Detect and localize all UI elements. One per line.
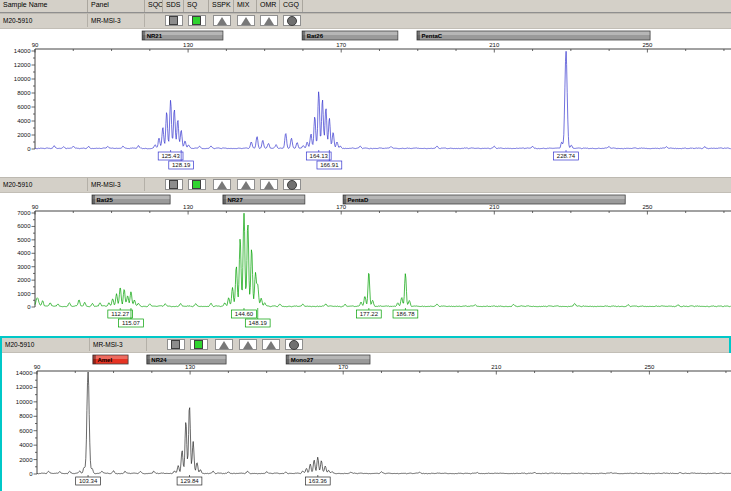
- x-tick-label: 170: [338, 364, 349, 370]
- circle-flag-icon: [289, 340, 299, 350]
- y-tick-label: 4000: [19, 442, 33, 448]
- flag-cell-cgq[interactable]: [283, 15, 301, 26]
- x-tick-label: 130: [185, 364, 196, 370]
- flag-cell-sspk[interactable]: [213, 15, 231, 26]
- flag-cell-omr[interactable]: [262, 339, 280, 350]
- marker-bar-pentad[interactable]: PentaD: [343, 195, 625, 204]
- plot-area[interactable]: [0, 29, 731, 178]
- y-tick-label: 14000: [14, 48, 31, 54]
- header-col-sqo: SQO: [145, 0, 163, 12]
- sample-row[interactable]: M20-5910MR-MSI-3: [0, 178, 731, 193]
- triangle-flag-icon: [264, 181, 274, 189]
- marker-label: PentaD: [348, 197, 369, 203]
- marker-bar-pentac[interactable]: PentaC: [417, 31, 650, 40]
- marker-label: Bat26: [307, 33, 324, 39]
- y-tick-label: 6000: [17, 104, 31, 110]
- x-tick-label: 90: [32, 204, 39, 210]
- flag-cell-mix[interactable]: [239, 339, 257, 350]
- peak-label-text: 148.19: [249, 320, 268, 326]
- y-tick-label: 6000: [17, 223, 31, 229]
- marker-label: NR27: [227, 197, 243, 203]
- marker-bar-nr21[interactable]: NR21: [142, 31, 223, 40]
- sample-name-cell: M20-5910: [0, 14, 88, 27]
- marker-label: NR24: [151, 357, 167, 363]
- flag-cell-omr[interactable]: [260, 179, 278, 190]
- panel-name-cell: MR-MSI-3: [88, 14, 145, 27]
- circle-flag-icon: [287, 16, 297, 26]
- square-flag-icon: [194, 340, 203, 349]
- x-tick-label: 90: [32, 42, 39, 48]
- marker-label: PentaC: [421, 33, 442, 39]
- header-col-omr: OMR: [257, 0, 280, 12]
- header-col-sspk: SSPK: [209, 0, 234, 12]
- header-filler: [303, 0, 731, 12]
- marker-bar-bat25[interactable]: Bat25: [92, 195, 170, 204]
- panel-name-cell: MR-MSI-3: [88, 178, 145, 191]
- flag-cell-sds[interactable]: [165, 15, 183, 26]
- sample-row[interactable]: M20-5910MR-MSI-3: [0, 14, 731, 29]
- marker-label: NR21: [147, 33, 163, 39]
- flag-cell-sq[interactable]: [190, 339, 208, 350]
- header-col-cgq: CGQ: [280, 0, 303, 12]
- y-tick-label: 7000: [17, 210, 31, 216]
- y-tick-label: 12000: [16, 384, 33, 390]
- y-tick-label: 2000: [17, 132, 31, 138]
- flag-cell-mix[interactable]: [237, 179, 255, 190]
- peak-label-text: 228.74: [557, 153, 576, 159]
- sample-panel-3[interactable]: M20-5910MR-MSI-3AmelNR24Mono279013017021…: [0, 336, 731, 491]
- y-tick-label: 4000: [17, 250, 31, 256]
- marker-bar-mono27[interactable]: Mono27: [286, 355, 370, 364]
- triangle-flag-icon: [266, 341, 276, 349]
- electropherogram-panels: M20-5910MR-MSI-3NR21Bat26PentaC901301702…: [0, 13, 731, 491]
- y-tick-label: 8000: [19, 413, 33, 419]
- flag-cell-sspk[interactable]: [213, 179, 231, 190]
- y-tick-label: 5000: [17, 237, 31, 243]
- peak-label-text: 186.78: [396, 311, 415, 317]
- flag-cell-cgq[interactable]: [285, 339, 303, 350]
- triangle-flag-icon: [219, 341, 229, 349]
- peak-label-text: 177.22: [360, 311, 379, 317]
- marker-bar-amel[interactable]: Amel: [93, 355, 128, 364]
- header-col-sample-name: Sample Name: [0, 0, 88, 12]
- flag-cell-sq[interactable]: [188, 15, 206, 26]
- flag-cell-sds[interactable]: [165, 179, 183, 190]
- square-flag-icon: [171, 340, 180, 349]
- y-tick-label: 8000: [17, 90, 31, 96]
- header-col-sq: SQ: [184, 0, 209, 12]
- flag-cell-omr[interactable]: [260, 15, 278, 26]
- y-tick-label: 14000: [16, 370, 33, 376]
- sample-panel-1[interactable]: M20-5910MR-MSI-3NR21Bat26PentaC901301702…: [0, 13, 731, 176]
- header-col-sds: SDS: [163, 0, 184, 12]
- y-tick-label: 12000: [14, 62, 31, 68]
- panel-name-cell: MR-MSI-3: [90, 338, 147, 351]
- y-tick-label: 2000: [19, 457, 33, 463]
- triangle-flag-icon: [241, 181, 251, 189]
- x-tick-label: 250: [644, 364, 655, 370]
- sample-name-cell: M20-5910: [0, 178, 88, 191]
- table-header: Sample Name Panel SQO SDS SQ SSPK MIX OM…: [0, 0, 731, 13]
- marker-label: Bat25: [97, 197, 114, 203]
- y-tick-label: 6000: [19, 428, 33, 434]
- x-tick-label: 170: [336, 42, 347, 48]
- y-tick-label: 1000: [17, 291, 31, 297]
- x-tick-label: 250: [642, 42, 653, 48]
- peak-label-text: 166.91: [320, 162, 339, 168]
- x-tick-label: 170: [336, 204, 347, 210]
- plot-area[interactable]: [2, 353, 731, 491]
- flag-cell-mix[interactable]: [237, 15, 255, 26]
- triangle-flag-icon: [217, 17, 227, 25]
- peak-label-text: 163.36: [309, 478, 328, 484]
- circle-flag-icon: [287, 180, 297, 190]
- marker-bar-nr27[interactable]: NR27: [223, 195, 305, 204]
- x-tick-label: 210: [489, 204, 500, 210]
- square-flag-icon: [169, 180, 178, 189]
- flag-cell-sds[interactable]: [167, 339, 185, 350]
- triangle-flag-icon: [243, 341, 253, 349]
- sample-panel-2[interactable]: M20-5910MR-MSI-3Bat25NR27PentaD901301702…: [0, 177, 731, 334]
- sample-row[interactable]: M20-5910MR-MSI-3: [2, 338, 729, 353]
- flag-cell-sspk[interactable]: [215, 339, 233, 350]
- x-tick-label: 250: [642, 204, 653, 210]
- marker-bar-bat26[interactable]: Bat26: [302, 31, 398, 40]
- flag-cell-cgq[interactable]: [283, 179, 301, 190]
- flag-cell-sq[interactable]: [188, 179, 206, 190]
